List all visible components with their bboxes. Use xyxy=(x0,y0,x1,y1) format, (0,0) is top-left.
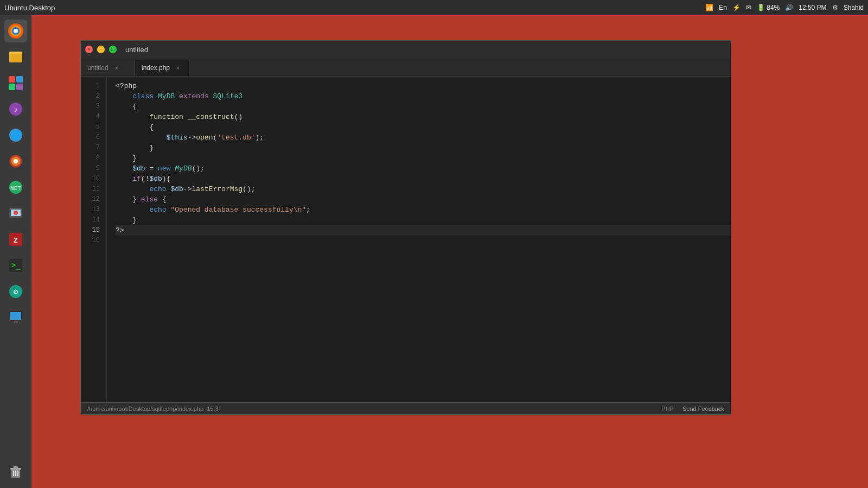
line-num-15: 15 xyxy=(81,225,100,236)
tabs-bar: untitled × index.php × xyxy=(81,58,731,77)
sidebar: ♪ 🌐 NET Z >_ ⚙ xyxy=(0,15,31,488)
tab-label: untitled xyxy=(87,64,108,72)
code-line-16 xyxy=(116,236,731,246)
svg-point-20 xyxy=(14,211,18,215)
svg-text:>_: >_ xyxy=(11,261,21,270)
svg-text:⚙: ⚙ xyxy=(14,288,18,296)
file-path: /home/unixroot/Desktop/sqlitephp/index.p… xyxy=(87,405,203,412)
mail-icon: ✉ xyxy=(746,4,751,11)
sidebar-item-gear[interactable] xyxy=(4,150,27,173)
tab-label: index.php xyxy=(142,64,170,72)
language-mode: PHP xyxy=(661,405,674,412)
code-line-13: echo "Opened database successfully\n"; xyxy=(116,205,731,215)
sidebar-item-terminal[interactable]: >_ xyxy=(4,254,27,277)
svg-rect-28 xyxy=(10,312,21,320)
line-num-7: 7 xyxy=(81,143,100,153)
maximize-button[interactable]: □ xyxy=(109,46,117,53)
battery-indicator: 🔋 84% xyxy=(757,4,780,11)
code-line-7: } xyxy=(116,143,731,153)
svg-rect-32 xyxy=(14,466,18,468)
code-content[interactable]: <?php class MyDB extends SQLite3 { funct… xyxy=(107,77,731,402)
svg-rect-29 xyxy=(14,321,18,323)
sidebar-item-network[interactable]: NET xyxy=(4,176,27,199)
system-tray: 📶 En ⚡ ✉ 🔋 84% 🔊 12:50 PM ⚙ Shahid xyxy=(705,4,864,11)
line-num-8: 8 xyxy=(81,153,100,163)
svg-text:♪: ♪ xyxy=(14,105,18,114)
line-num-9: 9 xyxy=(81,163,100,174)
window-title: untitled xyxy=(125,46,148,54)
tab-close-index-php[interactable]: × xyxy=(174,64,182,72)
code-line-4: function __construct() xyxy=(116,112,731,122)
svg-text:NET: NET xyxy=(10,185,21,192)
sidebar-item-apps2[interactable]: ♪ xyxy=(4,98,27,121)
line-num-12: 12 xyxy=(81,194,100,205)
line-num-4: 4 xyxy=(81,112,100,122)
svg-rect-9 xyxy=(16,84,23,90)
line-num-13: 13 xyxy=(81,205,100,215)
code-line-11: echo $db->lastErrorMsg(); xyxy=(116,184,731,194)
code-line-3: { xyxy=(116,102,731,112)
code-line-2: class MyDB extends SQLite3 xyxy=(116,91,731,102)
svg-point-15 xyxy=(14,159,18,163)
line-num-11: 11 xyxy=(81,184,100,194)
top-bar: Ubuntu Desktop 📶 En ⚡ ✉ 🔋 84% 🔊 12:50 PM… xyxy=(0,0,868,15)
line-num-1: 1 xyxy=(81,81,100,91)
status-right: PHP Send Feedback xyxy=(661,405,724,412)
wifi-icon: 📶 xyxy=(705,4,713,11)
language-indicator: En xyxy=(719,4,727,11)
code-line-1: <?php xyxy=(116,81,731,91)
sidebar-item-trash[interactable] xyxy=(4,461,27,484)
svg-rect-8 xyxy=(9,84,15,90)
settings-icon[interactable]: ⚙ xyxy=(832,4,838,11)
line-num-16: 16 xyxy=(81,236,100,246)
status-bar: /home/unixroot/Desktop/sqlitephp/index.p… xyxy=(81,402,731,414)
line-num-5: 5 xyxy=(81,122,100,132)
line-numbers: 1 2 3 4 5 6 7 8 9 10 11 12 13 14 15 16 xyxy=(81,77,107,402)
status-path-position: /home/unixroot/Desktop/sqlitephp/index.p… xyxy=(87,405,219,412)
sidebar-item-ftp[interactable]: Z xyxy=(4,228,27,251)
line-num-2: 2 xyxy=(81,91,100,102)
sidebar-item-system[interactable]: ⚙ xyxy=(4,280,27,303)
user-name: Shahid xyxy=(844,4,864,11)
sidebar-item-display[interactable] xyxy=(4,306,27,329)
code-line-12: } else { xyxy=(116,194,731,205)
svg-text:🌐: 🌐 xyxy=(11,131,21,140)
close-button[interactable]: × xyxy=(85,46,93,53)
sidebar-item-browser[interactable]: 🌐 xyxy=(4,124,27,147)
code-line-6: $this->open('test.db'); xyxy=(116,132,731,143)
line-num-10: 10 xyxy=(81,174,100,184)
svg-text:Z: Z xyxy=(14,237,18,245)
line-num-14: 14 xyxy=(81,215,100,225)
sidebar-item-firefox[interactable] xyxy=(4,20,27,42)
send-feedback-link[interactable]: Send Feedback xyxy=(682,405,724,412)
code-line-14: } xyxy=(116,215,731,225)
volume-icon: 🔊 xyxy=(785,4,793,11)
cursor-position: 15,3 xyxy=(207,405,218,412)
line-num-6: 6 xyxy=(81,132,100,143)
minimize-button[interactable]: − xyxy=(97,46,105,53)
code-line-8: } xyxy=(116,153,731,163)
code-line-9: $db = new MyDB(); xyxy=(116,163,731,174)
tab-close-untitled[interactable]: × xyxy=(113,64,120,72)
title-bar: × − □ untitled xyxy=(81,41,731,58)
code-line-15: ?> xyxy=(116,225,731,236)
svg-rect-5 xyxy=(9,54,22,62)
desktop-title: Ubuntu Desktop xyxy=(4,4,55,12)
svg-point-3 xyxy=(14,29,18,33)
bluetooth-icon: ⚡ xyxy=(732,4,741,11)
line-num-3: 3 xyxy=(81,102,100,112)
sidebar-item-files[interactable] xyxy=(4,46,27,68)
svg-rect-7 xyxy=(16,76,23,83)
sidebar-item-apps1[interactable] xyxy=(4,72,27,94)
editor-window: × − □ untitled untitled × index.php × 1 … xyxy=(80,40,731,415)
tab-index-php[interactable]: index.php × xyxy=(135,60,189,76)
code-line-5: { xyxy=(116,122,731,132)
code-area: 1 2 3 4 5 6 7 8 9 10 11 12 13 14 15 16 <… xyxy=(81,77,731,402)
time-display: 12:50 PM xyxy=(799,4,826,11)
tab-untitled[interactable]: untitled × xyxy=(81,60,135,76)
svg-rect-6 xyxy=(9,76,15,83)
code-line-10: if(!$db){ xyxy=(116,174,731,184)
sidebar-item-screenshot[interactable] xyxy=(4,202,27,225)
